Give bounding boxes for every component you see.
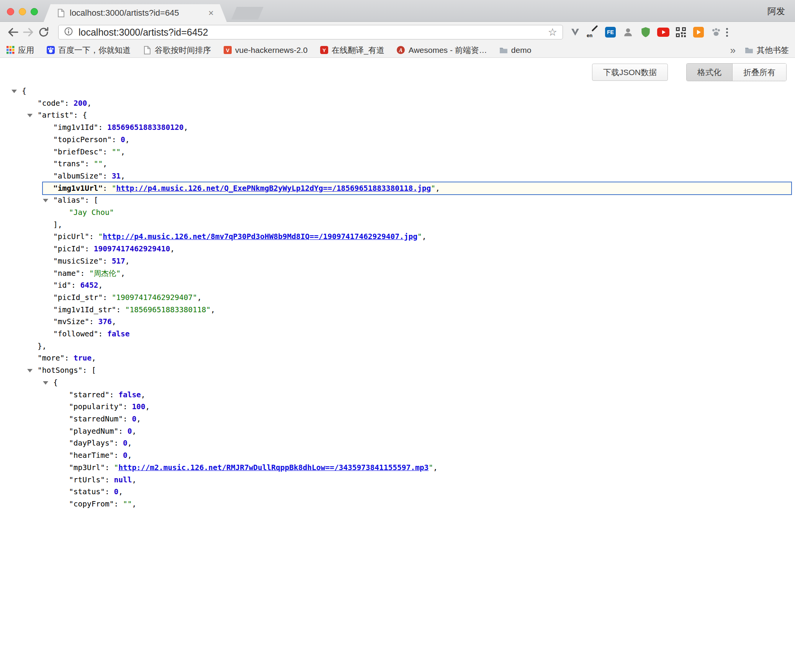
- json-line: {: [0, 85, 795, 97]
- svg-text:V: V: [226, 48, 229, 53]
- json-line-selected: "img1v1Url": "http://p4.music.126.net/Q_…: [42, 182, 792, 195]
- collapse-toggle-icon[interactable]: [11, 90, 17, 93]
- paw-icon[interactable]: [710, 26, 722, 38]
- json-line: "starredNum": 0,: [0, 413, 795, 425]
- json-url-link[interactable]: http://p4.music.126.net/Q_ExePNkmgB2yWyL…: [116, 184, 431, 193]
- close-window-icon[interactable]: [7, 8, 14, 15]
- collapse-toggle-icon[interactable]: [43, 381, 48, 385]
- folder-icon: [499, 46, 508, 54]
- bookmarks-bar: 应用百度一下，你就知道谷歌按时间排序Vvue-hackernews-2.0Y在线…: [0, 43, 795, 58]
- format-button[interactable]: 格式化: [687, 64, 732, 81]
- svg-text:A: A: [399, 48, 402, 53]
- other-bookmarks-folder[interactable]: 其他书签: [745, 45, 789, 56]
- url-bar[interactable]: localhost:3000/artists?id=6452 ☆: [58, 25, 563, 39]
- qrcode-icon[interactable]: [675, 26, 687, 38]
- zoom-window-icon[interactable]: [31, 8, 38, 15]
- bookmark-label: 应用: [18, 45, 34, 56]
- apps-grid-icon: [6, 46, 15, 54]
- fe-icon[interactable]: FE: [604, 26, 617, 38]
- json-line: "albumSize": 31,: [0, 170, 795, 182]
- shield-icon[interactable]: [640, 26, 652, 38]
- forward-button[interactable]: [21, 25, 36, 40]
- bookmark-label: 在线翻译_有道: [332, 45, 384, 56]
- tab-close-icon[interactable]: ×: [208, 8, 214, 18]
- json-line: "hotSongs": [: [0, 364, 795, 377]
- page-icon: [143, 46, 151, 54]
- json-line: "followed": false: [0, 328, 795, 340]
- browser-toolbar: localhost:3000/artists?id=6452 ☆ enFE: [0, 22, 795, 43]
- json-line: "rtUrls": null,: [0, 474, 795, 486]
- person-icon[interactable]: [622, 26, 634, 38]
- reload-button[interactable]: [36, 25, 51, 40]
- bookmarks-right: » 其他书签: [730, 45, 789, 56]
- bookmarks-list: 应用百度一下，你就知道谷歌按时间排序Vvue-hackernews-2.0Y在线…: [6, 45, 543, 56]
- new-tab-button[interactable]: [231, 7, 263, 20]
- json-line: },: [0, 340, 795, 352]
- json-line: "picId": 19097417462929410,: [0, 243, 795, 255]
- json-line: "more": true,: [0, 352, 795, 364]
- vue-icon: V: [223, 46, 232, 54]
- browser-tab[interactable]: localhost:3000/artists?id=645 ×: [44, 4, 227, 22]
- json-line: "musicSize": 517,: [0, 255, 795, 267]
- profile-name[interactable]: 阿发: [767, 5, 785, 17]
- url-text: localhost:3000/artists?id=6452: [79, 27, 548, 38]
- json-line: "hearTime": 0,: [0, 449, 795, 462]
- menu-icon[interactable]: [724, 28, 730, 37]
- tab-title: localhost:3000/artists?id=645: [70, 8, 204, 18]
- json-line: "img1v1Id": 18569651883380120,: [0, 121, 795, 134]
- window-controls: [7, 8, 38, 15]
- collapse-toggle-icon[interactable]: [27, 114, 33, 117]
- collapse-toggle-icon[interactable]: [43, 199, 48, 202]
- download-json-button[interactable]: 下载JSON数据: [592, 64, 668, 81]
- json-controls: 下载JSON数据 格式化 折叠所有: [592, 63, 787, 81]
- json-line: "trans": "",: [0, 158, 795, 170]
- json-line: "img1v1Id_str": "18569651883380118",: [0, 304, 795, 316]
- bookmarks-overflow-icon[interactable]: »: [730, 45, 736, 55]
- json-line: "mvSize": 376,: [0, 316, 795, 328]
- json-line: ],: [0, 219, 795, 231]
- bookmark-label: 百度一下，你就知道: [58, 45, 131, 56]
- view-mode-group: 格式化 折叠所有: [686, 63, 787, 81]
- json-line: "copyFrom": "",: [0, 498, 795, 510]
- json-line: "topicPerson": 0,: [0, 134, 795, 146]
- baidu-icon: [46, 46, 55, 54]
- bookmark-star-icon[interactable]: ☆: [548, 27, 557, 38]
- json-line: "briefDesc": "",: [0, 146, 795, 158]
- json-line: "mp3Url": "http://m2.music.126.net/RMJR7…: [0, 462, 795, 474]
- collapse-toggle-icon[interactable]: [27, 369, 33, 372]
- v-extension-icon[interactable]: [569, 26, 581, 38]
- json-line: "picId_str": "19097417462929407",: [0, 292, 795, 304]
- folder-icon: [745, 46, 753, 54]
- browser-window: localhost:3000/artists?id=645 × 阿发 local…: [0, 0, 795, 672]
- bookmark-item[interactable]: 谷歌按时间排序: [143, 45, 211, 56]
- json-line: "playedNum": 0,: [0, 425, 795, 438]
- bookmark-item[interactable]: Y在线翻译_有道: [320, 45, 384, 56]
- bookmark-label: Awesomes - 前端资…: [409, 45, 487, 56]
- json-line: "starred": false,: [0, 389, 795, 401]
- minimize-window-icon[interactable]: [19, 8, 26, 15]
- bookmark-item[interactable]: 应用: [6, 45, 34, 56]
- translate-en-icon[interactable]: en: [587, 26, 599, 38]
- bookmark-label: 谷歌按时间排序: [155, 45, 211, 56]
- bookmark-item[interactable]: demo: [499, 46, 532, 55]
- extensions-area: enFE: [569, 26, 722, 38]
- json-line: "picUrl": "http://p4.music.126.net/8mv7q…: [0, 231, 795, 243]
- bookmark-item[interactable]: Vvue-hackernews-2.0: [223, 46, 308, 55]
- json-line: {: [0, 377, 795, 389]
- awesomes-icon: A: [397, 46, 405, 54]
- bookmark-item[interactable]: AAwesomes - 前端资…: [397, 45, 487, 56]
- player-icon[interactable]: [692, 26, 705, 38]
- json-line: "alias": [: [0, 194, 795, 207]
- youtube-icon[interactable]: [657, 26, 669, 38]
- json-line: "id": 6452,: [0, 279, 795, 292]
- json-view: {"code": 200,"artist": {"img1v1Id": 1856…: [0, 58, 795, 510]
- back-button[interactable]: [5, 25, 21, 40]
- page-info-icon[interactable]: [64, 27, 73, 38]
- json-url-link[interactable]: http://m2.music.126.net/RMJR7wDullRqppBk…: [118, 463, 429, 472]
- collapse-all-button[interactable]: 折叠所有: [732, 64, 786, 81]
- json-line: "artist": {: [0, 109, 795, 121]
- bookmark-label: vue-hackernews-2.0: [235, 46, 308, 55]
- bookmark-item[interactable]: 百度一下，你就知道: [46, 45, 131, 56]
- json-url-link[interactable]: http://p4.music.126.net/8mv7qP30Pd3oHW8b…: [103, 232, 417, 241]
- tab-favicon-icon: [57, 9, 65, 17]
